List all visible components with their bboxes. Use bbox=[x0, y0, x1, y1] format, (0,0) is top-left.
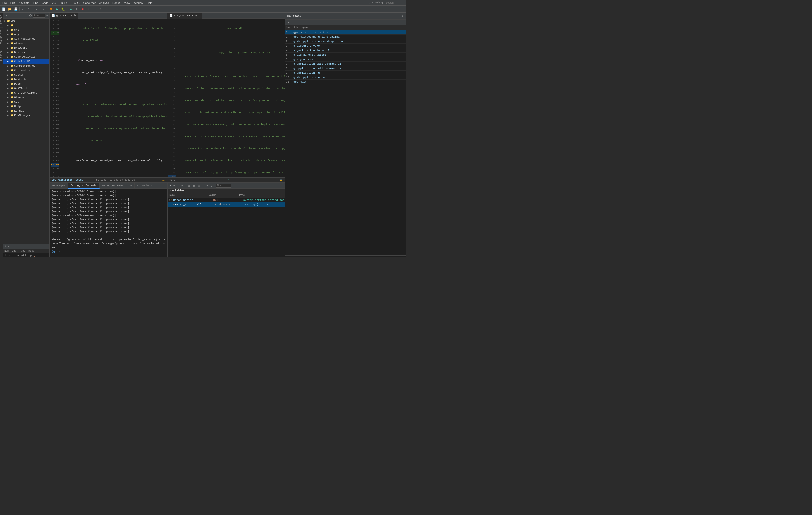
tree-item-keymanager[interactable]: ▶ 📁 KeyManager bbox=[3, 113, 50, 118]
sidebar-refresh-btn[interactable]: ↺ bbox=[4, 14, 7, 17]
callstack-row-5[interactable]: 5 g_signal_emit_valist bbox=[285, 53, 406, 57]
debug-step-into-button[interactable]: ↓ bbox=[86, 6, 91, 12]
bp-remove-btn[interactable]: - bbox=[8, 245, 10, 248]
run-button[interactable]: ▶ bbox=[54, 6, 60, 12]
vars-view5-btn[interactable]: A bbox=[206, 184, 209, 187]
callstack-row-8[interactable]: 8 g_application_call_command_li bbox=[285, 66, 406, 71]
editor-content-left[interactable]: 2753 2754 2755 2756 2757 2758 2759 2760 … bbox=[50, 19, 167, 178]
callstack-row-10[interactable]: 10 glib.application.run bbox=[285, 75, 406, 80]
project-side-label[interactable]: Project bbox=[0, 12, 3, 27]
menubar-navigate[interactable]: Navigate bbox=[17, 1, 31, 5]
menubar-build[interactable]: Build bbox=[59, 1, 68, 5]
panel-tab-messages[interactable]: Messages bbox=[50, 183, 68, 189]
tree-item-gps[interactable]: ▼ 📁 GPS bbox=[3, 19, 50, 23]
callstack-row-6[interactable]: 6 g_signal_emit bbox=[285, 57, 406, 61]
tree-item-gtkada[interactable]: ▶ 📁 GtkAda bbox=[3, 95, 50, 100]
new-button[interactable]: 📄 bbox=[1, 6, 6, 12]
menubar-code[interactable]: Code bbox=[40, 1, 50, 5]
menubar-edit[interactable]: Edit bbox=[9, 1, 17, 5]
tree-item-aliases[interactable]: ▶ 📁 Aliases bbox=[3, 41, 50, 46]
sidebar-filter-btn[interactable]: Q· bbox=[29, 14, 33, 17]
tree-item-ada-module-ui[interactable]: ▶ 📁 Ada_Module_UI bbox=[3, 36, 50, 41]
callstack-row-0[interactable]: 0 gps.main.finish_setup bbox=[285, 30, 406, 34]
build-button[interactable]: ⚙ bbox=[48, 6, 54, 12]
tree-item-dotdot[interactable]: ▶ 📁 .. bbox=[3, 23, 50, 28]
tree-item-builder[interactable]: ▶ 📁 Builder bbox=[3, 50, 50, 55]
sidebar-filter-input[interactable] bbox=[33, 13, 46, 18]
panel-tab-locations[interactable]: Locations bbox=[135, 183, 155, 189]
sidebar-menu-btn[interactable]: ≡ bbox=[46, 14, 49, 17]
callstack-row-11[interactable]: 11 gps.main bbox=[285, 80, 406, 84]
vars-view1-btn[interactable]: ▥ bbox=[188, 184, 191, 187]
menubar-view[interactable]: View bbox=[123, 1, 132, 5]
tree-item-gvd[interactable]: ▶ 📁 GVD bbox=[3, 100, 50, 104]
tree-item-browsers[interactable]: ▶ 📁 Browsers bbox=[3, 46, 50, 50]
tree-item-custom[interactable]: ▶ 📁 Custom bbox=[3, 73, 50, 77]
vars-remove-btn[interactable]: - bbox=[177, 184, 179, 187]
vars-view2-btn[interactable]: ▦ bbox=[193, 184, 196, 187]
menubar-file[interactable]: File bbox=[1, 1, 8, 5]
tree-item-docs[interactable]: ▶ 📁 Docs bbox=[3, 82, 50, 86]
breakpoint-row-1[interactable]: 1 ✓ break keep g bbox=[3, 253, 50, 258]
menubar-analyze[interactable]: Analyze bbox=[98, 1, 111, 5]
open-button[interactable]: 📂 bbox=[7, 6, 12, 12]
callstack-row-9[interactable]: 9 g_application_run bbox=[285, 71, 406, 75]
forward-button[interactable]: → bbox=[40, 6, 46, 12]
tree-item-obj[interactable]: ▶ 📁 obj bbox=[3, 32, 50, 36]
callstack-row-3[interactable]: 3 g_closure_invoke bbox=[285, 44, 406, 48]
callstack-row-4[interactable]: 4 signal_emit_unlocked_R bbox=[285, 48, 406, 53]
editor-content-right[interactable]: 1 2 3 4 5 6 7 8 9 10 bbox=[168, 19, 285, 178]
redo-button[interactable]: ↪ bbox=[27, 6, 32, 12]
panel-tab-debugger-console[interactable]: Debugger Console bbox=[68, 183, 100, 189]
vars-view4-btn[interactable]: L bbox=[202, 184, 204, 187]
tree-item-gnattest[interactable]: ▶ 📁 GNATTest bbox=[3, 86, 50, 90]
panel-tab-debugger-execution[interactable]: Debugger Execution bbox=[100, 183, 135, 189]
debug-step-out-button[interactable]: ↑ bbox=[98, 6, 104, 12]
tree-item-src[interactable]: ▶ 📁 src bbox=[3, 28, 50, 32]
tree-item-gps-lsp-client[interactable]: ▶ 📁 GPS_LSP_Client bbox=[3, 90, 50, 95]
variables-filter-input[interactable] bbox=[216, 184, 231, 188]
callstack-row-7[interactable]: 7 g_application_call_command_li bbox=[285, 61, 406, 66]
vars-view3-btn[interactable]: ▧ bbox=[197, 184, 201, 187]
menubar-find[interactable]: Find bbox=[31, 1, 40, 5]
undo-button[interactable]: ↩ bbox=[21, 6, 26, 12]
outline-side-label[interactable]: Outline bbox=[0, 48, 3, 63]
menubar-window[interactable]: Window bbox=[132, 1, 145, 5]
bp-menu-btn[interactable]: ≡ bbox=[46, 245, 49, 248]
tree-item-kernel[interactable]: ▶ 📁 Kernel bbox=[3, 109, 50, 113]
menubar-spark[interactable]: SPARK bbox=[69, 1, 81, 5]
callstack-scrollbar[interactable] bbox=[285, 255, 406, 258]
search-input[interactable] bbox=[385, 1, 405, 5]
debug-pause-button[interactable]: ⏸ bbox=[74, 6, 80, 12]
debug-continue-button[interactable]: ▶ bbox=[68, 6, 74, 12]
editor-tab-gps-main[interactable]: 📄 gps-main.adb bbox=[50, 12, 78, 19]
callstack-up-btn[interactable]: ▲ bbox=[287, 21, 290, 24]
menubar-vcs[interactable]: VCS bbox=[51, 1, 59, 5]
tree-item-help[interactable]: ▶ 📁 Help bbox=[3, 104, 50, 109]
bp-add-btn[interactable]: + bbox=[4, 245, 7, 248]
variables-menu-icon[interactable]: ≡ bbox=[170, 184, 172, 187]
debug-next-button[interactable]: ⤵ bbox=[104, 6, 110, 12]
tree-item-completion-ui[interactable]: ▶ 📁 Completion_UI bbox=[3, 63, 50, 68]
variable-row-batch-script[interactable]: ▼ ● Batch_Script 0x0 system.strings.stri… bbox=[168, 198, 285, 202]
variable-row-batch-script-all[interactable]: ▶ Batch_Script.all <unknown> string (1 .… bbox=[168, 202, 285, 207]
tree-item-codefix-ui[interactable]: ▶ 📁 Codefix_UI bbox=[3, 59, 50, 63]
menubar-help[interactable]: Help bbox=[145, 1, 154, 5]
debug-start-button[interactable]: 🐛 bbox=[60, 6, 66, 12]
vars-add-btn[interactable]: + bbox=[173, 184, 175, 187]
debug-stop-button[interactable]: ■ bbox=[80, 6, 86, 12]
vars-edit-btn[interactable]: ✏ bbox=[180, 184, 183, 187]
menubar-codepeer[interactable]: CodePeer bbox=[82, 1, 97, 5]
editor-tab-src-contexts[interactable]: 📄 src_contexts.adb bbox=[168, 12, 203, 19]
callstack-row-1[interactable]: 1 gps.main.command_line_callba bbox=[285, 34, 406, 39]
tree-item-distrib[interactable]: ▶ 📁 Distrib bbox=[3, 77, 50, 82]
callstack-row-2[interactable]: 2 glib.application.marsh_gaplica bbox=[285, 39, 406, 44]
debug-step-over-button[interactable]: → bbox=[92, 6, 97, 12]
breakpoints-side-label[interactable]: Breakpoints bbox=[0, 27, 3, 48]
tree-item-cpp-module[interactable]: ▶ 📁 Cpp_Module bbox=[3, 68, 50, 73]
debugger-console-content[interactable]: [New Thread 0x7fffdfbf7700 (LWP 13935)] … bbox=[50, 189, 168, 258]
menubar-debug[interactable]: Debug bbox=[111, 1, 122, 5]
callstack-menu-btn[interactable]: ≡ bbox=[402, 15, 404, 17]
save-button[interactable]: 💾 bbox=[13, 6, 19, 12]
back-button[interactable]: ← bbox=[34, 6, 40, 12]
